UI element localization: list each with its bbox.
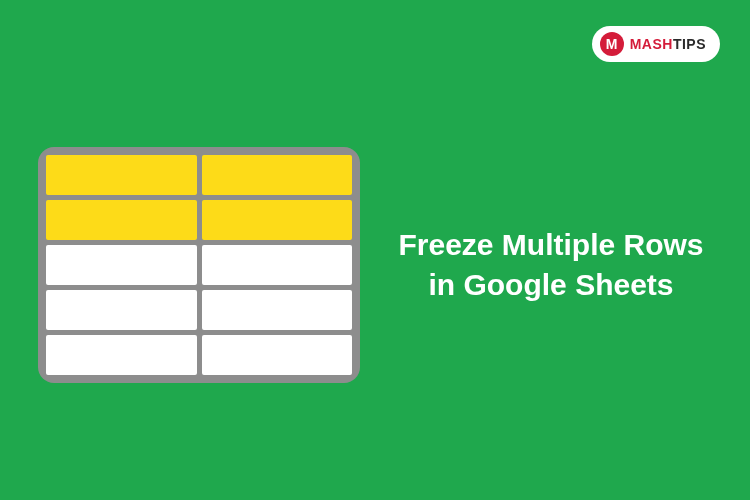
- normal-cell: [202, 245, 353, 285]
- frozen-cell: [46, 200, 197, 240]
- frozen-cell: [202, 200, 353, 240]
- normal-cell: [202, 290, 353, 330]
- normal-cell: [46, 245, 197, 285]
- table-row: [46, 155, 352, 195]
- page-title: Freeze Multiple Rows in Google Sheets: [390, 225, 712, 306]
- normal-cell: [46, 335, 197, 375]
- normal-cell: [46, 290, 197, 330]
- table-row: [46, 245, 352, 285]
- normal-cell: [202, 335, 353, 375]
- content-area: Freeze Multiple Rows in Google Sheets: [0, 0, 750, 500]
- frozen-cell: [202, 155, 353, 195]
- frozen-cell: [46, 155, 197, 195]
- table-row: [46, 290, 352, 330]
- spreadsheet-graphic: [38, 147, 360, 383]
- table-row: [46, 200, 352, 240]
- table-row: [46, 335, 352, 375]
